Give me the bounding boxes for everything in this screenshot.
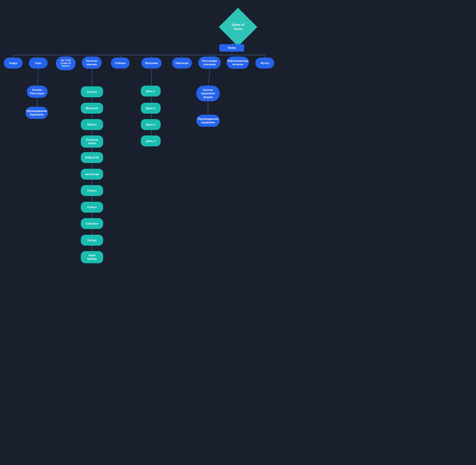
node-hero[interactable]: Геро: [29, 58, 48, 68]
prog-day1[interactable]: День 1: [141, 86, 161, 97]
sitemap-diagram: Game ofTeens Home Хедер Геро ЩО ТАКЕ GAM…: [0, 0, 476, 465]
prog-day2[interactable]: День 2: [141, 103, 161, 114]
cat-python2[interactable]: Python: [81, 202, 103, 213]
connection-lines: [0, 0, 476, 465]
home-node[interactable]: Home: [219, 44, 244, 52]
cat-minecraft[interactable]: Minecraft: [81, 103, 103, 114]
svg-line-14: [37, 74, 38, 86]
cat-scratch[interactable]: Scratch: [81, 86, 103, 97]
cat-video[interactable]: Video Editing: [81, 251, 103, 263]
cat-python1[interactable]: Python: [81, 185, 103, 196]
node-reg-btn[interactable]: Кнопка Реєстрації: [27, 86, 48, 98]
node-what[interactable]: ЩО ТАКЕ GAME OF TEENS?: [56, 57, 76, 70]
cat-roblox[interactable]: Roblox: [81, 119, 103, 130]
node-confirm-send2[interactable]: Підтвердження відправки: [196, 115, 220, 127]
prog-day3[interactable]: День 3: [141, 119, 161, 130]
svg-line-32: [208, 74, 209, 86]
root-node[interactable]: Game ofTeens: [219, 8, 257, 46]
cat-htmlcss[interactable]: HTML/CSS: [81, 152, 103, 163]
cat-design[interactable]: Design: [81, 235, 103, 246]
node-speakers[interactable]: Спікери: [111, 58, 130, 68]
node-program[interactable]: Програма: [141, 58, 162, 68]
node-header[interactable]: Хедер: [4, 58, 23, 68]
node-submit-btn[interactable]: Кнопка відправки форми: [196, 86, 220, 101]
node-partners[interactable]: Партнери: [172, 58, 192, 68]
cat-frontend[interactable]: Frontend Junior: [81, 135, 103, 148]
node-faq[interactable]: Найпоширеніші питання: [227, 57, 249, 69]
prog-day4[interactable]: День 4: [141, 135, 161, 146]
node-categories[interactable]: Категорі змагань: [82, 57, 102, 69]
root-label: Game ofTeens: [232, 23, 244, 31]
node-registration[interactable]: Реєстрація учасника: [198, 57, 221, 69]
node-footer[interactable]: Футер: [255, 58, 274, 68]
home-label: Home: [228, 46, 236, 50]
node-confirm-send[interactable]: Підтвердження відправки: [26, 107, 48, 119]
cat-js[interactable]: JavaScript: [81, 169, 103, 180]
cat-gamedev[interactable]: GameDev: [81, 218, 103, 229]
